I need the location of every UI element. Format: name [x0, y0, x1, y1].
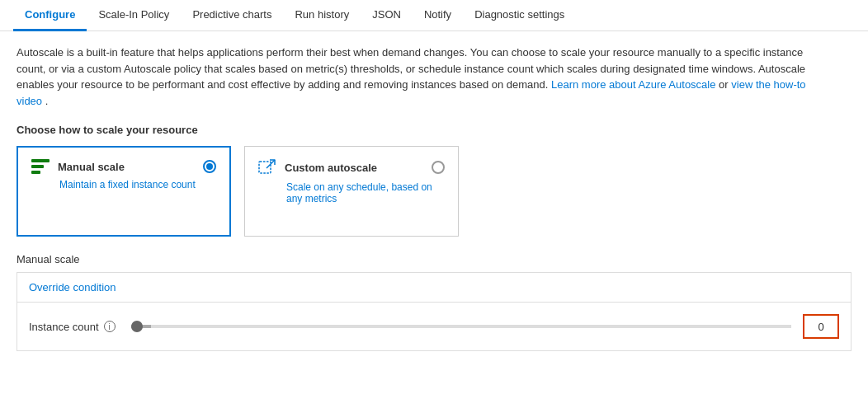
instance-count-text: Instance count	[29, 321, 99, 333]
description-text: Autoscale is a built-in feature that hel…	[17, 45, 825, 109]
tab-configure[interactable]: Configure	[13, 0, 87, 31]
svg-rect-0	[259, 162, 271, 173]
custom-autoscale-title: Custom autoscale	[285, 162, 423, 174]
manual-scale-section-label: Manual scale	[17, 253, 851, 265]
custom-autoscale-subtitle: Scale on any schedule, based on any metr…	[286, 181, 445, 204]
override-condition-header: Override condition	[17, 273, 851, 303]
manual-scale-card[interactable]: Manual scale Maintain a fixed instance c…	[17, 146, 231, 237]
manual-scale-header: Manual scale	[31, 159, 216, 174]
scale-cards-container: Manual scale Maintain a fixed instance c…	[17, 146, 851, 237]
custom-autoscale-radio[interactable]	[432, 161, 445, 174]
manual-scale-title: Manual scale	[58, 161, 195, 173]
custom-autoscale-header: Custom autoscale	[258, 158, 445, 176]
main-content: Autoscale is a built-in feature that hel…	[0, 31, 868, 364]
tab-predictive-charts[interactable]: Predictive charts	[181, 0, 283, 31]
manual-scale-subtitle: Maintain a fixed instance count	[59, 179, 216, 190]
manual-scale-radio[interactable]	[203, 160, 216, 173]
manual-scale-icon	[31, 159, 50, 174]
learn-more-link[interactable]: Learn more about Azure Autoscale	[551, 78, 715, 91]
tab-json[interactable]: JSON	[361, 0, 413, 31]
manual-scale-section: Manual scale Override condition Instance…	[17, 253, 851, 351]
instance-count-info-icon[interactable]: i	[104, 321, 116, 332]
custom-autoscale-card[interactable]: Custom autoscale Scale on any schedule, …	[244, 146, 459, 237]
description-or: or	[719, 78, 731, 91]
instance-count-label: Instance count i	[29, 321, 120, 333]
choose-section-title: Choose how to scale your resource	[17, 124, 851, 136]
tab-scale-in-policy[interactable]: Scale-In Policy	[87, 0, 181, 31]
instance-count-input[interactable]	[803, 314, 839, 339]
instance-count-row: Instance count i	[17, 303, 851, 350]
slider-container	[131, 325, 791, 328]
override-condition-box: Override condition Instance count i	[17, 272, 851, 351]
autoscale-icon	[258, 158, 276, 176]
tab-notify[interactable]: Notify	[413, 0, 463, 31]
instance-count-slider[interactable]	[131, 325, 791, 328]
tab-run-history[interactable]: Run history	[283, 0, 361, 31]
description-period: .	[45, 95, 49, 107]
tab-bar: Configure Scale-In Policy Predictive cha…	[0, 0, 868, 31]
tab-diagnostic-settings[interactable]: Diagnostic settings	[463, 0, 576, 31]
